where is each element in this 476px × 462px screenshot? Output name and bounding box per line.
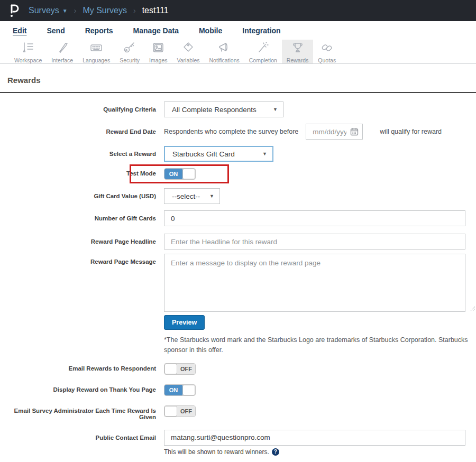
toolbar-item-label: Variables <box>177 57 200 63</box>
toolbar-item-security[interactable]: Security <box>115 40 144 63</box>
settings-icon-toolbar: Workspace Interface Languages Security I… <box>0 40 476 64</box>
chevron-down-icon[interactable]: ▼ <box>62 8 68 14</box>
questionpro-logo-icon[interactable] <box>7 4 21 17</box>
toolbar-item-interface[interactable]: Interface <box>47 40 78 63</box>
toolbar-item-completion[interactable]: Completion <box>244 40 282 63</box>
reward-end-date-row: Reward End Date Respondents who complete… <box>0 124 476 140</box>
top-bar: Surveys ▼ › My Surveys › test111 <box>0 0 476 21</box>
disclaimer-row: *The Starbucks word mark and the Starbuc… <box>0 335 476 356</box>
page-title: Rewards <box>0 64 476 92</box>
num-gift-cards-row: Number of Gift Cards <box>0 210 476 226</box>
starbucks-disclaimer-text: *The Starbucks word mark and the Starbuc… <box>164 335 468 356</box>
toolbar-item-label: Security <box>120 57 140 63</box>
test-mode-label: Test Mode <box>0 168 164 177</box>
toolbar-item-languages[interactable]: Languages <box>78 40 115 63</box>
tab-send[interactable]: Send <box>47 26 65 35</box>
email-rewards-row: Email Rewards to Respondent OFF <box>0 363 476 375</box>
num-gift-cards-input[interactable] <box>164 210 465 226</box>
select-reward-select[interactable]: Starbucks Gift Card ▼ <box>164 146 273 162</box>
toggle-on-state: ON <box>164 385 182 395</box>
headline-input[interactable] <box>164 234 465 250</box>
headline-row: Reward Page Headline <box>0 234 476 250</box>
qualifying-criteria-value: All Complete Respondents <box>172 106 257 114</box>
toolbar-item-quotas[interactable]: Quotas <box>313 40 341 63</box>
email-admin-toggle[interactable]: OFF <box>164 405 196 417</box>
tab-mobile[interactable]: Mobile <box>199 26 222 35</box>
security-icon <box>123 41 136 56</box>
email-admin-label: Email Survey Administrator Each Time Rew… <box>0 405 164 420</box>
toolbar-item-label: Rewards <box>287 57 308 63</box>
gift-card-value-value: --select-- <box>172 192 200 200</box>
main-tab-nav: Edit Send Reports Manage Data Mobile Int… <box>0 21 476 40</box>
calendar-icon[interactable] <box>350 127 359 136</box>
rewards-form: Qualifying Criteria All Complete Respond… <box>0 93 476 462</box>
quotas-icon <box>320 41 334 56</box>
toolbar-item-label: Notifications <box>209 57 240 63</box>
tab-integration[interactable]: Integration <box>242 26 280 35</box>
contact-email-label: Public Contact Email <box>0 430 164 441</box>
contact-email-help-text: This will be shown to reward winners. <box>164 448 269 456</box>
end-date-prefix-text: Respondents who complete the survey befo… <box>164 128 298 135</box>
toolbar-item-variables[interactable]: Variables <box>172 40 205 63</box>
message-row: Reward Page Message <box>0 254 476 312</box>
gift-card-value-row: Gift Card Value (USD) --select-- ▼ <box>0 188 476 204</box>
select-arrow-icon: ▼ <box>262 151 267 156</box>
contact-email-input[interactable] <box>164 430 465 446</box>
breadcrumb-survey-name: test111 <box>142 6 169 15</box>
message-textarea[interactable] <box>164 254 465 312</box>
display-reward-label: Display Reward on Thank You Page <box>0 384 164 393</box>
tab-manage-data[interactable]: Manage Data <box>133 26 179 35</box>
breadcrumb-surveys[interactable]: Surveys <box>29 6 59 15</box>
toolbar-item-label: Quotas <box>318 57 336 63</box>
display-reward-toggle[interactable]: ON <box>164 384 196 396</box>
disclaimer-line-2: sponsor in this offer. <box>164 346 223 354</box>
help-question-icon[interactable]: ? <box>272 448 279 456</box>
end-date-suffix-text: will qualify for reward <box>380 128 442 135</box>
toolbar-item-workspace[interactable]: Workspace <box>10 40 47 63</box>
toolbar-item-label: Languages <box>83 57 110 63</box>
tab-reports[interactable]: Reports <box>85 26 113 35</box>
toolbar-item-label: Interface <box>51 57 73 63</box>
toolbar-item-images[interactable]: Images <box>144 40 172 63</box>
qualifying-criteria-row: Qualifying Criteria All Complete Respond… <box>0 101 476 117</box>
display-reward-row: Display Reward on Thank You Page ON <box>0 384 476 396</box>
email-admin-row: Email Survey Administrator Each Time Rew… <box>0 405 476 420</box>
breadcrumb-my-surveys[interactable]: My Surveys <box>83 6 127 15</box>
email-rewards-toggle[interactable]: OFF <box>164 363 196 375</box>
gift-card-value-select[interactable]: --select-- ▼ <box>164 188 220 204</box>
rewards-trophy-icon <box>291 41 305 56</box>
qualifying-criteria-select[interactable]: All Complete Respondents ▼ <box>164 101 283 117</box>
select-arrow-icon: ▼ <box>273 107 278 112</box>
toolbar-item-label: Images <box>149 57 167 63</box>
completion-icon <box>256 41 270 56</box>
gift-card-value-label: Gift Card Value (USD) <box>0 188 164 199</box>
reward-end-date-label: Reward End Date <box>0 124 164 135</box>
toolbar-item-rewards[interactable]: Rewards <box>282 40 313 63</box>
test-mode-toggle[interactable]: ON <box>164 168 196 180</box>
toggle-knob <box>182 169 195 179</box>
test-mode-row: Test Mode ON <box>0 168 476 180</box>
num-gift-cards-label: Number of Gift Cards <box>0 210 164 221</box>
toggle-off-state: OFF <box>177 406 195 417</box>
disclaimer-line-1: *The Starbucks word mark and the Starbuc… <box>164 335 468 345</box>
headline-label: Reward Page Headline <box>0 234 164 245</box>
breadcrumb-separator: › <box>133 6 136 15</box>
toolbar-item-label: Workspace <box>14 57 42 63</box>
select-reward-label: Select a Reward <box>0 146 164 157</box>
toggle-knob <box>164 364 177 374</box>
preview-row: Preview <box>0 315 476 330</box>
workspace-icon <box>21 41 35 56</box>
tab-edit[interactable]: Edit <box>13 26 26 35</box>
resize-handle-icon[interactable] <box>470 306 475 311</box>
toggle-off-state: OFF <box>177 364 195 374</box>
variables-icon <box>181 41 195 56</box>
email-rewards-label: Email Rewards to Respondent <box>0 363 164 372</box>
preview-button[interactable]: Preview <box>164 315 205 330</box>
toggle-on-state: ON <box>164 169 182 179</box>
breadcrumb-separator: › <box>74 6 77 15</box>
toolbar-item-notifications[interactable]: Notifications <box>205 40 244 63</box>
toggle-knob <box>164 406 177 417</box>
message-label: Reward Page Message <box>0 254 164 265</box>
interface-icon <box>56 41 69 56</box>
qualifying-criteria-label: Qualifying Criteria <box>0 101 164 113</box>
